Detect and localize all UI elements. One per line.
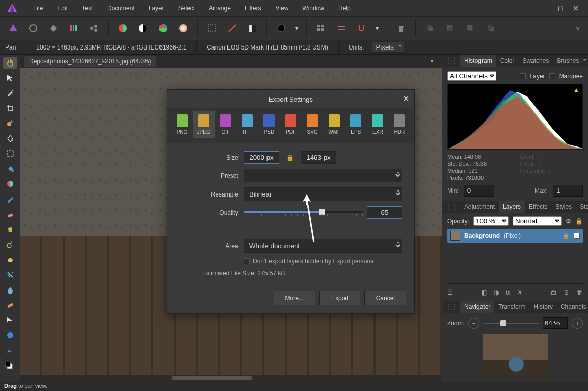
blend-mode-select[interactable]: Normal <box>513 216 562 226</box>
lock-aspect-icon[interactable]: 🔒 <box>283 154 297 161</box>
swatch-color-icon[interactable] <box>115 20 131 36</box>
selection-marquee-icon[interactable] <box>204 20 220 36</box>
swatch-soft-icon[interactable] <box>175 20 191 36</box>
swatch-hue-icon[interactable] <box>155 20 171 36</box>
hide-layers-checkbox[interactable] <box>244 258 250 264</box>
histogram-channel-select[interactable]: All Channels <box>447 71 496 81</box>
layer-crop-icon[interactable]: ✕ <box>517 289 522 296</box>
menu-filters[interactable]: Filters <box>238 2 269 15</box>
format-hdr[interactable]: HDR <box>389 111 410 138</box>
toolbar-overflow-icon[interactable]: » <box>576 24 583 32</box>
resample-select[interactable]: Bilinear <box>244 187 402 201</box>
format-eps[interactable]: EPS <box>345 111 367 138</box>
tab-swatches[interactable]: Swatches <box>518 55 553 67</box>
layer-fx-icon[interactable]: fx <box>506 289 510 296</box>
layer-visibility-checkbox[interactable] <box>574 233 580 239</box>
cancel-button[interactable]: Cancel <box>364 291 406 305</box>
swatch-bw-icon[interactable] <box>135 20 151 36</box>
format-png[interactable]: PNG <box>171 111 193 138</box>
persona-photo-icon[interactable] <box>5 20 21 36</box>
area-select[interactable]: Whole document <box>244 239 402 253</box>
selection-levels-icon[interactable] <box>244 20 260 36</box>
color-picker-tool[interactable] <box>3 87 17 99</box>
layer-item[interactable]: Background (Pixel) 🔒 <box>447 229 583 243</box>
marquee-tool[interactable] <box>3 148 17 160</box>
color-chip[interactable] <box>3 360 17 372</box>
preset-select[interactable] <box>244 169 402 182</box>
panel-grip-icon[interactable]: ⋮⋮ <box>445 57 457 64</box>
size-width-input[interactable] <box>244 151 279 164</box>
dodge-tool[interactable] <box>3 238 17 251</box>
format-tiff[interactable]: TIFF <box>236 111 258 138</box>
pen-tool[interactable] <box>3 314 17 326</box>
tab-stock[interactable]: Stock <box>576 201 588 213</box>
size-height-input[interactable] <box>301 151 336 164</box>
format-jpeg[interactable]: JPEG <box>193 111 215 138</box>
tab-transform[interactable]: Transform <box>494 301 529 313</box>
format-svg[interactable]: SVG <box>302 111 324 138</box>
menu-select[interactable]: Select <box>171 2 202 15</box>
persona-tone-icon[interactable] <box>66 20 82 36</box>
menu-document[interactable]: Document <box>100 2 142 15</box>
fill-black-icon[interactable] <box>273 20 289 36</box>
menu-window[interactable]: Window <box>295 2 331 15</box>
healing-tool[interactable] <box>3 299 17 311</box>
trash-icon[interactable] <box>393 20 409 36</box>
menu-view[interactable]: View <box>269 2 296 15</box>
layer-gear-icon[interactable]: ⚙ <box>566 218 571 225</box>
tab-histogram[interactable]: Histogram <box>460 55 496 67</box>
format-wmf[interactable]: WMF <box>324 111 345 138</box>
arrange-back-icon[interactable] <box>422 20 438 36</box>
minimize-button[interactable]: — <box>542 4 549 12</box>
move-tool[interactable] <box>3 72 17 84</box>
arrange-forward-icon[interactable] <box>462 20 478 36</box>
sponge-tool[interactable] <box>3 254 17 266</box>
dialog-close-button[interactable]: ✕ <box>403 94 409 104</box>
panel-menu-icon[interactable]: ≡ <box>583 57 586 64</box>
tab-channels[interactable]: Channels <box>557 301 588 313</box>
tab-layers[interactable]: Layers <box>499 201 525 213</box>
more-button[interactable]: More... <box>274 291 315 305</box>
hist-max-input[interactable] <box>553 185 583 197</box>
panel-grip-icon[interactable]: ⋮⋮ <box>445 303 457 310</box>
layer-folder-icon[interactable]: 🗀 <box>551 289 557 296</box>
opacity-select[interactable]: 100 % <box>473 216 509 226</box>
erase-tool[interactable] <box>3 208 17 220</box>
persona-export-icon[interactable] <box>86 20 102 36</box>
tab-color[interactable]: Color <box>496 55 519 67</box>
document-tab[interactable]: Depositphotos_14326627_l-2015.jpg (64.0%… <box>24 56 156 67</box>
format-exr[interactable]: EXR <box>367 111 389 138</box>
menu-edit[interactable]: Edit <box>50 2 75 15</box>
export-button[interactable]: Export <box>319 291 360 305</box>
menu-text[interactable]: Text <box>75 2 100 15</box>
navigator-thumbnail[interactable] <box>483 334 548 377</box>
zoom-out-button[interactable]: − <box>468 318 479 329</box>
close-window-button[interactable]: ✕ <box>573 4 579 12</box>
menu-file[interactable]: File <box>26 2 50 15</box>
tab-navigator[interactable]: Navigator <box>460 301 494 313</box>
snap-icon[interactable] <box>353 20 369 36</box>
persona-develop-icon[interactable] <box>45 20 62 36</box>
histogram-layer-checkbox[interactable] <box>520 73 526 79</box>
text-tool[interactable]: A <box>3 345 17 357</box>
menu-arrange[interactable]: Arrange <box>202 2 238 15</box>
tab-styles[interactable]: Styles <box>552 201 576 213</box>
format-psd[interactable]: PSD <box>258 111 280 138</box>
zoom-value-input[interactable] <box>543 317 568 329</box>
layer-adjust-icon[interactable]: ◑ <box>494 289 499 296</box>
crop-tool[interactable] <box>3 102 17 114</box>
tab-brushes[interactable]: Brushes <box>553 55 583 67</box>
units-select[interactable]: Pixels <box>372 42 404 53</box>
retouch-tool[interactable] <box>3 269 17 281</box>
flood-select-tool[interactable] <box>3 132 17 144</box>
selection-diag-icon[interactable] <box>224 20 240 36</box>
maximize-button[interactable]: ◻ <box>558 4 564 12</box>
arrange-backward-icon[interactable] <box>442 20 458 36</box>
layer-lock-icon[interactable]: 🔒 <box>575 218 583 225</box>
gradient-tool[interactable] <box>3 178 17 190</box>
paint-brush-tool[interactable] <box>3 193 17 205</box>
grid-icon[interactable] <box>313 20 329 36</box>
format-gif[interactable]: GIF <box>215 111 236 138</box>
pan-hand-tool[interactable] <box>3 57 17 69</box>
zoom-in-button[interactable]: + <box>572 318 583 329</box>
